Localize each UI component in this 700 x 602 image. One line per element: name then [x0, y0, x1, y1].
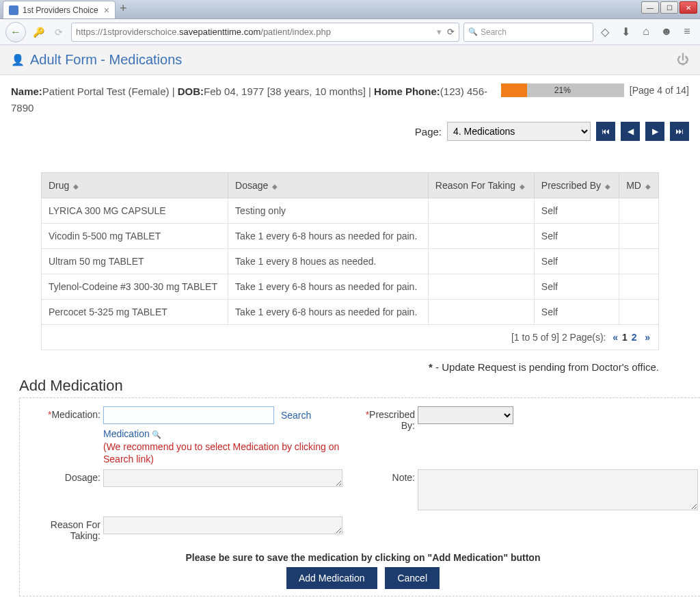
add-medication-form: *Medication: Search Medication (We recom… — [19, 397, 700, 597]
tab-title: 1st Providers Choice — [23, 5, 98, 15]
reload-icon-left[interactable]: ⟳ — [51, 24, 67, 40]
cell-by: Self — [534, 300, 619, 325]
new-tab-button[interactable]: + — [120, 1, 127, 18]
cell-reason — [428, 224, 534, 249]
cell-by: Self — [534, 198, 619, 224]
page-title: Adult Form - Medications — [30, 52, 182, 68]
table-footer: [1 to 5 of 9] 2 Page(s): « 1 2 » — [41, 325, 659, 350]
cell-md — [619, 274, 659, 300]
pocket-icon[interactable]: ◇ — [597, 25, 612, 38]
reason-label: Reason For Taking: — [51, 519, 100, 541]
maximize-button[interactable]: ☐ — [660, 1, 678, 14]
medication-label: Medication: — [51, 409, 100, 420]
cell-md — [619, 300, 659, 325]
nav-next-button[interactable]: ▶ — [645, 122, 664, 141]
col-0[interactable]: Drug ◆ — [42, 173, 228, 198]
cell-md — [619, 224, 659, 249]
medication-input[interactable] — [103, 406, 274, 424]
cell-by: Self — [534, 274, 619, 300]
cell-drug: LYRICA 300 MG CAPSULE — [42, 198, 228, 224]
cell-drug: Tylenol-Codeine #3 300-30 mg TABLET — [42, 274, 228, 300]
cell-md — [619, 198, 659, 224]
name-label: Name: — [11, 86, 42, 97]
browser-tab[interactable]: 1st Providers Choice × — [3, 1, 116, 18]
dob-value: Feb 04, 1977 [38 years, 10 months] | — [204, 86, 374, 97]
url-pre: https://1stproviderschoice. — [76, 27, 179, 37]
cell-reason — [428, 198, 534, 224]
cell-drug: Vicodin 5-500 mg TABLET — [42, 224, 228, 249]
table-row: Vicodin 5-500 mg TABLETTake 1 every 6-8 … — [42, 224, 659, 249]
page-titlebar: 👤 Adult Form - Medications ⏻ — [0, 45, 700, 75]
user-icon: 👤 — [11, 53, 25, 66]
col-1[interactable]: Dosage ◆ — [228, 173, 429, 198]
progress-percent: 21% — [501, 83, 624, 97]
cell-dosage: Take 1 every 6-8 hours as needed for pai… — [228, 300, 429, 325]
downloads-icon[interactable]: ⬇ — [618, 25, 633, 38]
table-row: LYRICA 300 MG CAPSULETesting onlySelf — [42, 198, 659, 224]
url-bar[interactable]: https://1stproviderschoice.savepatientti… — [71, 23, 459, 42]
nav-last-button[interactable]: ⏭ — [670, 122, 689, 141]
page-select[interactable]: 4. Medications — [447, 122, 591, 141]
prescribed-by-label: Prescribed By: — [369, 409, 415, 431]
note-input[interactable] — [418, 469, 698, 510]
back-button[interactable] — [5, 22, 26, 42]
cell-by: Self — [534, 249, 619, 274]
page-prev-link[interactable]: « — [612, 332, 618, 343]
chat-icon[interactable]: ☻ — [659, 25, 674, 38]
dosage-label: Dosage: — [65, 472, 100, 483]
table-row: Ultram 50 mg TABLETTake 1 every 8 houes … — [42, 249, 659, 274]
pending-text: - Update Request is pending from Doctor'… — [433, 361, 659, 373]
page-select-label: Page: — [415, 126, 442, 138]
col-4[interactable]: MD ◆ — [619, 173, 659, 198]
search-bar[interactable]: Search — [463, 23, 593, 42]
table-row: Tylenol-Codeine #3 300-30 mg TABLETTake … — [42, 274, 659, 300]
cell-md — [619, 249, 659, 274]
page-indicator: [Page 4 of 14] — [630, 85, 689, 96]
minimize-button[interactable]: — — [641, 1, 659, 14]
favicon-icon — [9, 5, 18, 15]
cell-dosage: Take 1 every 6-8 hours as needed for pai… — [228, 224, 429, 249]
pending-note: * - Update Request is pending from Docto… — [0, 350, 700, 377]
page-1: 1 — [622, 332, 628, 343]
name-value: Patient Portal Test (Female) | — [42, 86, 178, 97]
medication-lookup-link[interactable]: Medication — [103, 428, 161, 439]
page-content: 👤 Adult Form - Medications ⏻ Name:Patien… — [0, 45, 700, 602]
page-2-link[interactable]: 2 — [632, 332, 637, 343]
prescribed-by-select[interactable] — [418, 406, 513, 424]
dob-label: DOB: — [178, 86, 204, 97]
note-label: Note: — [392, 472, 415, 483]
window-controls: — ☐ ✕ — [641, 1, 697, 14]
reason-input[interactable] — [103, 516, 342, 534]
browser-toolbar: 🔑 ⟳ https://1stproviderschoice.savepatie… — [0, 19, 700, 45]
col-2[interactable]: Reason For Taking ◆ — [428, 173, 534, 198]
reload-icon[interactable]: ⟳ — [447, 27, 455, 37]
identity-icon[interactable]: 🔑 — [30, 24, 46, 40]
patient-info: Name:Patient Portal Test (Female) | DOB:… — [11, 83, 501, 116]
nav-first-button[interactable]: ⏮ — [596, 122, 615, 141]
close-window-button[interactable]: ✕ — [679, 1, 697, 14]
table-row: Percocet 5-325 mg TABLETTake 1 every 6-8… — [42, 300, 659, 325]
medication-search-link[interactable]: Search — [281, 410, 311, 421]
home-icon[interactable]: ⌂ — [638, 25, 654, 38]
cancel-button[interactable]: Cancel — [385, 567, 440, 589]
table-range: [1 to 5 of 9] 2 Page(s): — [511, 332, 606, 343]
dosage-input[interactable] — [103, 469, 342, 487]
cell-reason — [428, 249, 534, 274]
url-dropdown-icon[interactable]: ▾ — [437, 27, 442, 37]
page-next-link[interactable]: » — [645, 332, 650, 343]
menu-icon[interactable]: ≡ — [679, 25, 695, 38]
url-host: savepatienttime.com — [179, 27, 260, 37]
cell-dosage: Take 1 every 8 houes as needed. — [228, 249, 429, 274]
tab-close-icon[interactable]: × — [104, 5, 109, 16]
cell-dosage: Take 1 every 6-8 hours as needed for pai… — [228, 274, 429, 300]
progress-bar: 21% — [501, 83, 624, 97]
power-icon[interactable]: ⏻ — [677, 53, 689, 67]
nav-prev-button[interactable]: ◀ — [621, 122, 640, 141]
url-post: /patient/index.php — [260, 27, 331, 37]
cell-reason — [428, 300, 534, 325]
cell-drug: Ultram 50 mg TABLET — [42, 249, 228, 274]
cell-drug: Percocet 5-325 mg TABLET — [42, 300, 228, 325]
col-3[interactable]: Prescribed By ◆ — [534, 173, 619, 198]
phone-label: Home Phone: — [374, 86, 440, 97]
add-medication-button[interactable]: Add Medication — [286, 567, 377, 589]
